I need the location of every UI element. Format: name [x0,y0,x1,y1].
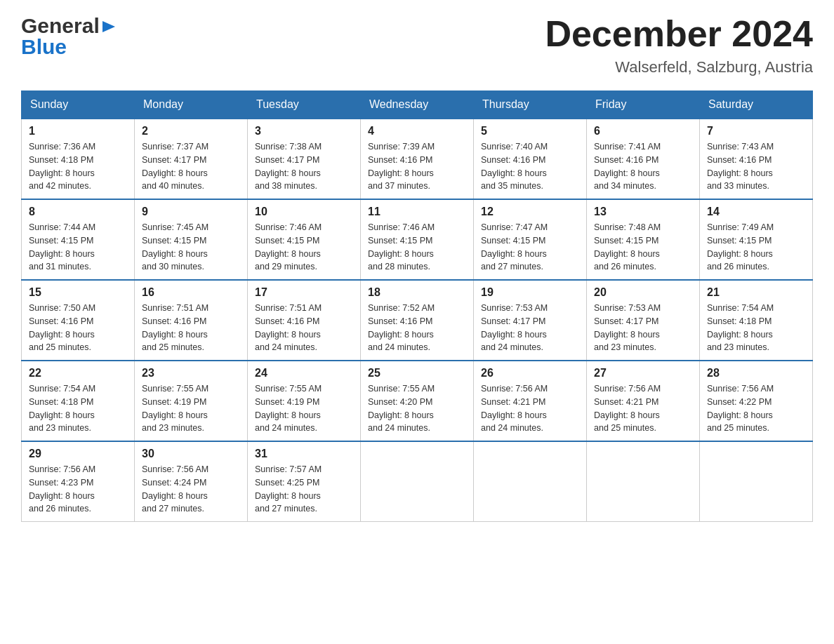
table-row [474,441,587,522]
table-row: 9 Sunrise: 7:45 AM Sunset: 4:15 PM Dayli… [135,199,248,280]
day-number: 29 [29,448,127,460]
day-info: Sunrise: 7:47 AM Sunset: 4:15 PM Dayligh… [481,221,579,274]
col-sunday: Sunday [22,91,135,119]
day-info: Sunrise: 7:44 AM Sunset: 4:15 PM Dayligh… [29,221,127,274]
table-row [361,441,474,522]
table-row: 12 Sunrise: 7:47 AM Sunset: 4:15 PM Dayl… [474,199,587,280]
day-number: 1 [29,125,127,137]
day-info: Sunrise: 7:54 AM Sunset: 4:18 PM Dayligh… [707,302,805,354]
day-info: Sunrise: 7:36 AM Sunset: 4:18 PM Dayligh… [29,140,127,193]
day-number: 10 [255,206,353,218]
logo-blue-text: Blue [21,35,67,59]
table-row: 5 Sunrise: 7:40 AM Sunset: 4:16 PM Dayli… [474,119,587,199]
svg-marker-0 [102,21,115,32]
table-row: 21 Sunrise: 7:54 AM Sunset: 4:18 PM Dayl… [700,280,813,361]
day-number: 15 [29,286,127,299]
day-number: 31 [255,448,353,460]
table-row: 17 Sunrise: 7:51 AM Sunset: 4:16 PM Dayl… [248,280,361,361]
day-info: Sunrise: 7:51 AM Sunset: 4:16 PM Dayligh… [255,302,353,354]
table-row: 15 Sunrise: 7:50 AM Sunset: 4:16 PM Dayl… [22,280,135,361]
table-row: 11 Sunrise: 7:46 AM Sunset: 4:15 PM Dayl… [361,199,474,280]
day-number: 6 [594,125,692,137]
day-number: 4 [368,125,466,137]
table-row: 16 Sunrise: 7:51 AM Sunset: 4:16 PM Dayl… [135,280,248,361]
day-number: 12 [481,206,579,218]
col-tuesday: Tuesday [248,91,361,119]
col-saturday: Saturday [700,91,813,119]
col-thursday: Thursday [474,91,587,119]
table-row: 2 Sunrise: 7:37 AM Sunset: 4:17 PM Dayli… [135,119,248,199]
day-info: Sunrise: 7:56 AM Sunset: 4:23 PM Dayligh… [29,463,127,516]
day-number: 22 [29,367,127,380]
col-friday: Friday [587,91,700,119]
table-row: 31 Sunrise: 7:57 AM Sunset: 4:25 PM Dayl… [248,441,361,522]
day-info: Sunrise: 7:41 AM Sunset: 4:16 PM Dayligh… [594,140,692,193]
table-row: 8 Sunrise: 7:44 AM Sunset: 4:15 PM Dayli… [22,199,135,280]
day-info: Sunrise: 7:39 AM Sunset: 4:16 PM Dayligh… [368,140,466,193]
day-number: 3 [255,125,353,137]
calendar-week-row: 15 Sunrise: 7:50 AM Sunset: 4:16 PM Dayl… [22,280,813,361]
day-number: 11 [368,206,466,218]
month-title: December 2024 [545,14,813,54]
day-info: Sunrise: 7:53 AM Sunset: 4:17 PM Dayligh… [481,302,579,354]
table-row: 1 Sunrise: 7:36 AM Sunset: 4:18 PM Dayli… [22,119,135,199]
calendar-header-row: Sunday Monday Tuesday Wednesday Thursday… [22,91,813,119]
day-number: 19 [481,286,579,299]
table-row [700,441,813,522]
day-number: 8 [29,206,127,218]
day-info: Sunrise: 7:50 AM Sunset: 4:16 PM Dayligh… [29,302,127,354]
table-row: 23 Sunrise: 7:55 AM Sunset: 4:19 PM Dayl… [135,361,248,441]
day-number: 2 [142,125,240,137]
day-number: 5 [481,125,579,137]
day-number: 13 [594,206,692,218]
day-info: Sunrise: 7:53 AM Sunset: 4:17 PM Dayligh… [594,302,692,354]
day-info: Sunrise: 7:57 AM Sunset: 4:25 PM Dayligh… [255,463,353,516]
day-info: Sunrise: 7:51 AM Sunset: 4:16 PM Dayligh… [142,302,240,354]
table-row: 4 Sunrise: 7:39 AM Sunset: 4:16 PM Dayli… [361,119,474,199]
table-row: 24 Sunrise: 7:55 AM Sunset: 4:19 PM Dayl… [248,361,361,441]
calendar-week-row: 22 Sunrise: 7:54 AM Sunset: 4:18 PM Dayl… [22,361,813,441]
table-row: 20 Sunrise: 7:53 AM Sunset: 4:17 PM Dayl… [587,280,700,361]
col-monday: Monday [135,91,248,119]
day-info: Sunrise: 7:56 AM Sunset: 4:24 PM Dayligh… [142,463,240,516]
table-row: 28 Sunrise: 7:56 AM Sunset: 4:22 PM Dayl… [700,361,813,441]
table-row: 25 Sunrise: 7:55 AM Sunset: 4:20 PM Dayl… [361,361,474,441]
table-row: 27 Sunrise: 7:56 AM Sunset: 4:21 PM Dayl… [587,361,700,441]
day-number: 24 [255,367,353,380]
day-number: 23 [142,367,240,380]
table-row: 18 Sunrise: 7:52 AM Sunset: 4:16 PM Dayl… [361,280,474,361]
day-info: Sunrise: 7:46 AM Sunset: 4:15 PM Dayligh… [255,221,353,274]
day-info: Sunrise: 7:49 AM Sunset: 4:15 PM Dayligh… [707,221,805,274]
calendar-table: Sunday Monday Tuesday Wednesday Thursday… [21,90,813,522]
day-info: Sunrise: 7:55 AM Sunset: 4:19 PM Dayligh… [255,382,353,435]
day-info: Sunrise: 7:40 AM Sunset: 4:16 PM Dayligh… [481,140,579,193]
table-row: 22 Sunrise: 7:54 AM Sunset: 4:18 PM Dayl… [22,361,135,441]
day-info: Sunrise: 7:54 AM Sunset: 4:18 PM Dayligh… [29,382,127,435]
calendar-week-row: 29 Sunrise: 7:56 AM Sunset: 4:23 PM Dayl… [22,441,813,522]
logo-arrow-icon [101,18,117,34]
table-row: 6 Sunrise: 7:41 AM Sunset: 4:16 PM Dayli… [587,119,700,199]
table-row: 30 Sunrise: 7:56 AM Sunset: 4:24 PM Dayl… [135,441,248,522]
table-row [587,441,700,522]
logo: General Blue [21,14,117,59]
location-title: Walserfeld, Salzburg, Austria [545,58,813,76]
calendar-week-row: 1 Sunrise: 7:36 AM Sunset: 4:18 PM Dayli… [22,119,813,199]
table-row: 10 Sunrise: 7:46 AM Sunset: 4:15 PM Dayl… [248,199,361,280]
day-info: Sunrise: 7:56 AM Sunset: 4:21 PM Dayligh… [481,382,579,435]
day-info: Sunrise: 7:56 AM Sunset: 4:21 PM Dayligh… [594,382,692,435]
day-number: 27 [594,367,692,380]
day-number: 21 [707,286,805,299]
table-row: 14 Sunrise: 7:49 AM Sunset: 4:15 PM Dayl… [700,199,813,280]
day-info: Sunrise: 7:37 AM Sunset: 4:17 PM Dayligh… [142,140,240,193]
day-info: Sunrise: 7:45 AM Sunset: 4:15 PM Dayligh… [142,221,240,274]
day-number: 28 [707,367,805,380]
table-row: 3 Sunrise: 7:38 AM Sunset: 4:17 PM Dayli… [248,119,361,199]
day-number: 18 [368,286,466,299]
day-number: 17 [255,286,353,299]
table-row: 26 Sunrise: 7:56 AM Sunset: 4:21 PM Dayl… [474,361,587,441]
day-number: 26 [481,367,579,380]
table-row: 7 Sunrise: 7:43 AM Sunset: 4:16 PM Dayli… [700,119,813,199]
day-number: 9 [142,206,240,218]
calendar-week-row: 8 Sunrise: 7:44 AM Sunset: 4:15 PM Dayli… [22,199,813,280]
page-header: General Blue December 2024 Walserfeld, S… [21,14,813,76]
